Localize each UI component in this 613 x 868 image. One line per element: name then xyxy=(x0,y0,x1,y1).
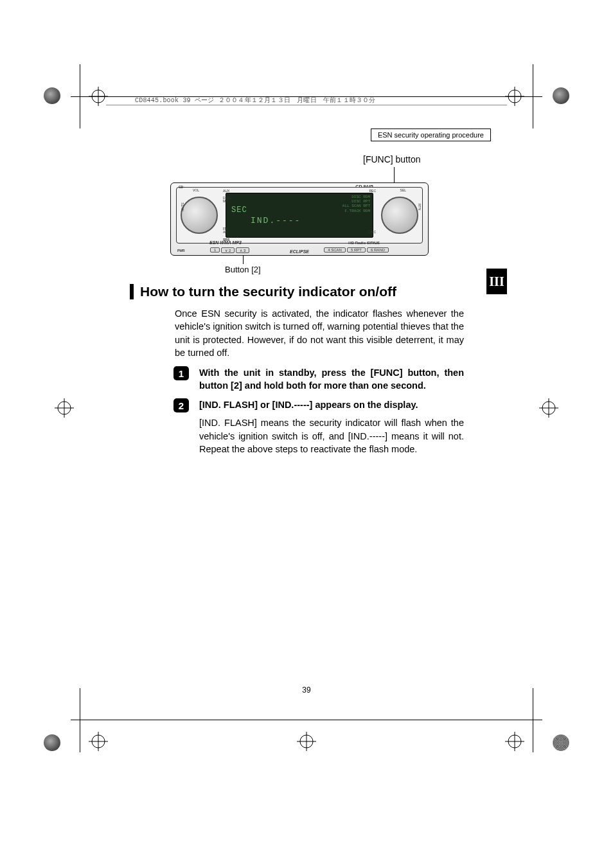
stereo-inner: VOL SEL MUTE RTN SEC IND.---- DISC RDM D… xyxy=(176,187,423,244)
header-page-info: CD8445.book 39 ページ ２００４年１２月１３日 月曜日 午前１１時… xyxy=(135,96,376,105)
display-line-ind: IND.---- xyxy=(231,216,368,226)
brand-label: ECLIPSE xyxy=(290,249,309,254)
crop-line xyxy=(533,688,533,752)
stereo-illustration: CD 8445 VOL SEL MUTE RTN SEC IND.---- DI… xyxy=(170,182,429,256)
registration-mark-icon xyxy=(55,398,74,418)
esn-badge: ESN WMA MP3 xyxy=(209,240,242,245)
label-sel: SEL xyxy=(400,188,406,192)
display-indicators: DISC RDM DISC RPT ALL SCAN RPT F.TRACK R… xyxy=(342,195,370,213)
preset-6: 6 RAND xyxy=(367,247,389,252)
crop-line xyxy=(80,688,80,752)
step-heading: With the unit in standby, press the [FUN… xyxy=(199,366,464,393)
corner-sphere-icon xyxy=(44,734,60,751)
label-mute: MUTE xyxy=(181,202,184,211)
heading-bar-icon xyxy=(130,284,134,299)
corner-sphere-icon xyxy=(553,87,569,104)
label-disc: DISCMS xyxy=(223,197,231,203)
preset-4: 4 SCAN xyxy=(324,247,346,252)
step-badge: 2 xyxy=(173,398,189,412)
registration-mark-icon xyxy=(505,732,524,751)
preset-5: 5 RPT xyxy=(347,247,366,252)
label-pwr: PWR xyxy=(177,249,185,252)
select-knob xyxy=(381,197,418,234)
page-title: How to turn the security indicator on/of… xyxy=(140,284,396,299)
callout-button-2: Button [2] xyxy=(225,265,261,274)
crop-line xyxy=(533,64,533,128)
registration-mark-icon xyxy=(297,732,316,751)
callout-func-button: [FUNC] button xyxy=(363,154,420,164)
preset-1: 1 xyxy=(210,247,220,252)
volume-knob xyxy=(181,197,218,234)
section-heading: How to turn the security indicator on/of… xyxy=(130,284,484,299)
corner-sphere-icon xyxy=(44,87,60,104)
manual-page: CD8445.book 39 ページ ２００４年１２月１３日 月曜日 午前１１時… xyxy=(32,26,581,842)
intro-paragraph: Once ESN security is activated, the indi… xyxy=(175,307,464,359)
preset-3: ∧ 3 xyxy=(236,247,249,253)
label-cd: CD xyxy=(179,185,183,189)
header-rule xyxy=(106,105,507,105)
callout-line xyxy=(394,167,395,182)
step-1: 1 With the unit in standby, press the [F… xyxy=(175,366,464,393)
registration-mark-icon xyxy=(89,732,108,751)
corner-sphere-icon xyxy=(553,734,569,751)
label-vol: VOL xyxy=(193,188,199,192)
label-aux: AUX xyxy=(223,189,229,193)
label-rec: REC xyxy=(369,189,376,193)
callout-line xyxy=(243,255,244,264)
crop-line xyxy=(80,64,80,128)
step-2: 2 [IND. FLASH] or [IND.-----] appears on… xyxy=(175,398,464,456)
step-heading: [IND. FLASH] or [IND.-----] appears on t… xyxy=(199,398,464,411)
label-disc2: DISC xyxy=(368,230,376,234)
preset-2: ∨ 2 xyxy=(221,247,235,253)
registration-mark-icon xyxy=(539,398,558,418)
section-tab: III xyxy=(486,269,507,294)
hd-badge: HD Radio SIRIUS xyxy=(348,241,380,245)
crop-line xyxy=(71,720,542,720)
stereo-display: SEC IND.---- DISC RDM DISC RPT ALL SCAN … xyxy=(226,193,373,238)
breadcrumb: ESN security operating procedure xyxy=(371,128,491,141)
label-rtn: RTN xyxy=(418,204,422,210)
page-number: 39 xyxy=(302,686,310,695)
step-body: [IND. FLASH] means the security indicato… xyxy=(199,416,464,456)
label-fm-am: FM AM xyxy=(223,227,228,234)
step-badge: 1 xyxy=(173,366,189,380)
